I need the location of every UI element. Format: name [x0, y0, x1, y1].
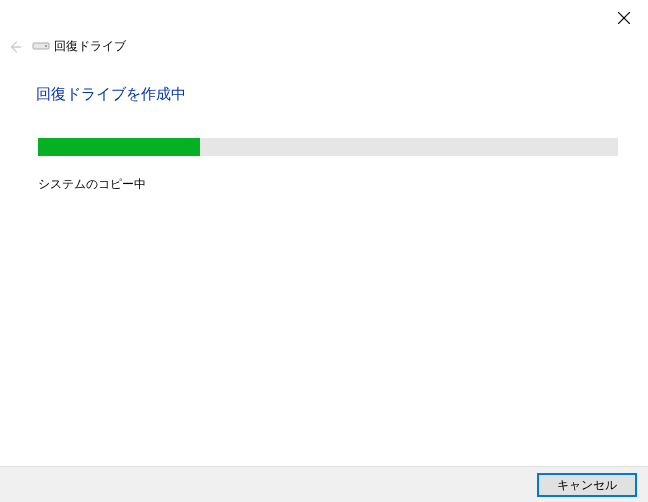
svg-point-3: [45, 45, 47, 47]
status-text: システムのコピー中: [38, 176, 146, 193]
progress-fill: [38, 138, 200, 156]
cancel-button[interactable]: キャンセル: [538, 474, 636, 496]
close-icon: [618, 12, 630, 24]
back-arrow-icon: [8, 40, 22, 54]
drive-icon: [32, 40, 50, 52]
window-title: 回復ドライブ: [54, 38, 126, 55]
back-button: [8, 40, 24, 56]
close-button[interactable]: [614, 8, 634, 28]
page-heading: 回復ドライブを作成中: [36, 85, 186, 104]
footer-bar: キャンセル: [0, 466, 648, 502]
progress-bar: [38, 138, 618, 156]
